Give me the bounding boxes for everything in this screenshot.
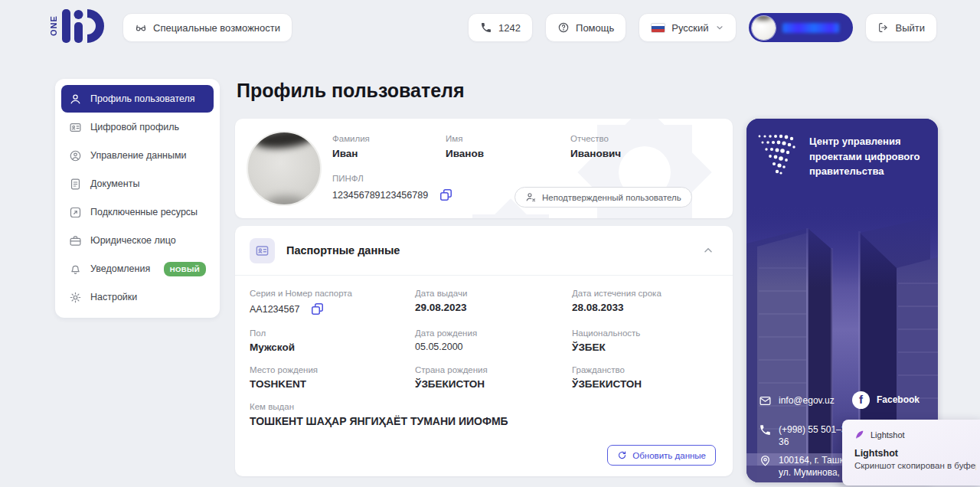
user-icon: [69, 93, 82, 106]
logout-label: Выйти: [896, 22, 926, 34]
pinfl-field: ПИНФЛ 123456789123456789: [332, 174, 453, 202]
passport-card-title: Паспортные данные: [286, 244, 400, 257]
envelope-icon: [759, 394, 772, 407]
passport-serial-field: Серия и Номер паспорта AA1234567: [250, 289, 415, 316]
name-field: Имя Иванов: [446, 134, 484, 159]
field-value: 05.05.2000: [415, 342, 572, 352]
expiry-date-field: Дата истечения срока 28.08.2033: [572, 289, 718, 316]
nationality-field: Национальность ЎЗБЕК: [572, 328, 718, 353]
field-label: Кем выдан: [250, 402, 718, 411]
field-value: ЎЗБЕК: [572, 342, 718, 353]
feather-icon: [854, 430, 864, 440]
sidebar-item-notifications[interactable]: Уведомления НОВЫЙ: [61, 255, 214, 283]
logout-button[interactable]: Выйти: [865, 13, 938, 42]
promo-email[interactable]: info@egov.uz: [759, 394, 835, 407]
birth-date-field: Дата рождения 05.05.2000: [415, 328, 572, 353]
birth-country-field: Страна рождения ЎЗБЕКИСТОН: [415, 365, 572, 390]
page-title: Профиль пользователя: [237, 80, 465, 102]
language-label: Русский: [671, 22, 708, 34]
field-label: Дата истечения срока: [572, 289, 718, 298]
update-data-button[interactable]: Обновить данные: [607, 445, 716, 466]
language-selector[interactable]: Русский: [639, 13, 736, 42]
promo-facebook-label: Facebook: [877, 394, 920, 406]
toast-message: Скриншот скопирован в буфер обм: [854, 461, 976, 470]
call-center-number: 1242: [498, 22, 521, 34]
refresh-icon: [617, 450, 627, 460]
patronymic-label: Отчество: [570, 134, 621, 143]
copy-pinfl-icon[interactable]: [439, 188, 453, 202]
russian-flag-icon: [651, 23, 665, 33]
facebook-icon: f: [852, 391, 870, 409]
chevron-up-icon[interactable]: [702, 244, 714, 257]
field-label: Место рождения: [250, 365, 415, 374]
copy-serial-icon[interactable]: [310, 302, 325, 316]
user-avatar: [752, 16, 776, 40]
sidebar-item-label: Профиль пользователя: [90, 93, 195, 104]
field-label: Гражданство: [572, 365, 718, 374]
field-value: AA1234567: [250, 304, 299, 315]
sidebar-item-connected-resources[interactable]: Подключенные ресурсы: [61, 198, 214, 226]
user-circle-icon: [69, 149, 82, 162]
promo-address-line1: 100164, г. Ташке: [779, 455, 848, 466]
sidebar-item-digital-profile[interactable]: Цифровой профиль: [61, 113, 214, 141]
passport-data-card: Паспортные данные Серия и Номер паспорта…: [235, 226, 733, 476]
sidebar-item-label: Цифровой профиль: [90, 122, 179, 132]
sidebar-item-legal-entity[interactable]: Юридическое лицо: [61, 227, 214, 254]
call-center-button[interactable]: 1242: [468, 13, 533, 42]
lightshot-toast[interactable]: Lightshot Lightshot Скриншот скопирован …: [842, 420, 980, 485]
profile-photo: [247, 131, 322, 206]
name-value: Иванов: [446, 148, 484, 159]
sidebar-item-profile[interactable]: Профиль пользователя: [61, 85, 214, 113]
pinfl-value: 123456789123456789: [332, 190, 428, 201]
sidebar-item-label: Уведомления: [90, 263, 150, 274]
field-label: Серия и Номер паспорта: [250, 289, 415, 298]
external-link-icon: [69, 206, 82, 219]
field-value: TOSHKENT: [250, 378, 415, 390]
sidebar-item-documents[interactable]: Документы: [61, 170, 214, 198]
field-value: Мужской: [250, 342, 415, 353]
help-label: Помощь: [576, 22, 614, 34]
sidebar-item-settings[interactable]: Настройки: [61, 283, 214, 311]
update-data-label: Обновить данные: [632, 451, 706, 460]
promo-facebook[interactable]: f Facebook: [852, 391, 920, 409]
field-label: Дата рождения: [415, 328, 572, 338]
passport-card-header: Паспортные данные: [235, 226, 733, 276]
logout-icon: [877, 21, 890, 34]
person-x-icon: [525, 191, 537, 203]
field-value: 29.08.2023: [415, 302, 572, 313]
field-label: Пол: [250, 328, 415, 338]
sidebar-item-label: Управление данными: [90, 150, 187, 161]
promo-phone: (+998) 55 501–3 36: [759, 423, 846, 448]
sidebar: Профиль пользователя Цифровой профиль Уп…: [55, 79, 220, 318]
help-button[interactable]: Помощь: [545, 13, 626, 42]
gear-icon: [69, 291, 82, 304]
new-badge: НОВЫЙ: [164, 262, 206, 276]
user-name-censored: [782, 23, 839, 33]
surname-value: Иван: [332, 148, 370, 159]
promo-email-text: info@egov.uz: [779, 394, 835, 407]
birth-place-field: Место рождения TOSHKENT: [250, 365, 415, 390]
accessibility-button[interactable]: Специальные возможности: [122, 13, 292, 42]
name-label: Имя: [446, 134, 484, 143]
promo-phone-line1: (+998) 55 501–3: [779, 424, 846, 435]
unverified-user-badge: Неподтвержденный пользователь: [514, 187, 692, 208]
dots-triangle-logo: [756, 131, 803, 178]
sidebar-item-label: Настройки: [90, 292, 137, 302]
sidebar-item-data-management[interactable]: Управление данными: [61, 142, 214, 169]
surname-label: Фамилия: [332, 134, 370, 143]
sidebar-item-label: Юридическое лицо: [90, 235, 176, 246]
logo-one-text: ONE: [49, 8, 58, 44]
accessibility-label: Специальные возможности: [153, 22, 280, 34]
bell-icon: [69, 263, 82, 276]
sidebar-item-label: Документы: [90, 178, 139, 189]
one-id-logo[interactable]: ONE: [49, 8, 106, 44]
field-value: ТОШКЕНТ ШАҲАР ЯНГИҲАЁТ ТУМАНИ ИИОФМБ: [250, 415, 718, 427]
one-id-mark-icon: [61, 8, 106, 44]
field-label: Национальность: [572, 328, 718, 338]
promo-org-name: Центр управления проектами цифрового пра…: [809, 134, 930, 179]
profile-summary-card: Фамилия Иван Имя Иванов Отчество Иванови…: [235, 119, 733, 218]
phone-icon: [759, 423, 772, 436]
patronymic-value: Иванович: [570, 148, 621, 159]
user-menu-button[interactable]: [749, 13, 853, 42]
surname-field: Фамилия Иван: [332, 134, 370, 159]
